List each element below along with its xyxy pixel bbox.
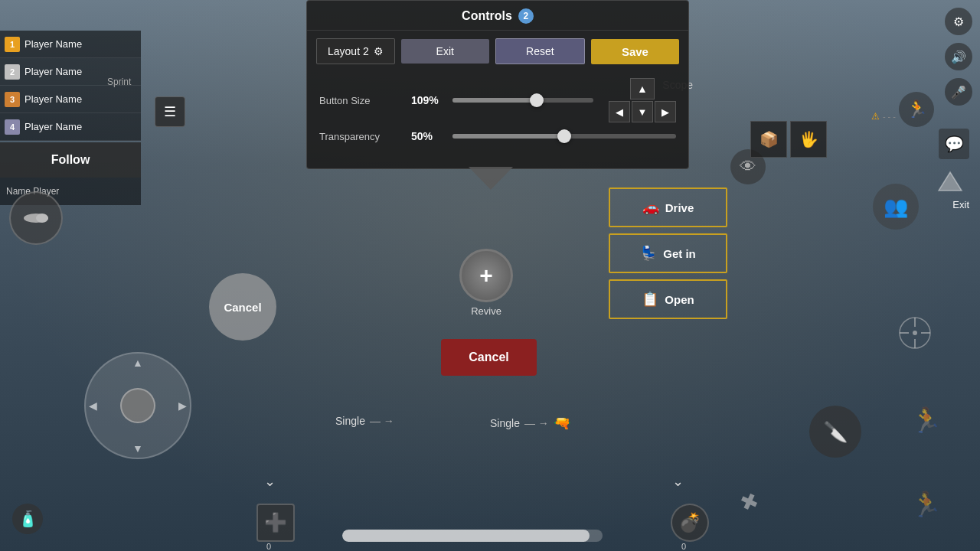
progress-bar xyxy=(342,530,603,542)
progress-bar-fill xyxy=(342,530,590,542)
get-in-button[interactable]: 💺 Get in xyxy=(609,233,727,273)
transparency-slider[interactable] xyxy=(452,134,676,139)
controls-badge: 2 xyxy=(518,8,534,24)
medkit-count: 0 xyxy=(266,542,271,551)
single-label-2-area: Single — → 🔫 xyxy=(490,415,570,432)
controls-reset-button[interactable]: Reset xyxy=(495,38,585,64)
warning-area: ⚠ - - - xyxy=(871,111,896,122)
rank-badge-3: 3 xyxy=(5,92,20,107)
item-canteen-icon[interactable]: 🧴 xyxy=(12,504,43,534)
single-label-1-area: Single — → xyxy=(335,415,394,427)
rank-badge-4: 4 xyxy=(5,119,20,135)
warning-dots: - - - xyxy=(883,112,896,121)
crosshair xyxy=(892,310,938,356)
joystick[interactable]: ▲ ▼ ◀ ▶ xyxy=(84,352,191,459)
player-list: 1 Player Name 2 Player Name 3 Player Nam… xyxy=(0,31,141,205)
soldier-icon-2: 🏃 xyxy=(911,490,942,519)
people-icon[interactable]: 👥 xyxy=(873,184,919,230)
cancel-small-button[interactable]: Cancel xyxy=(209,273,276,341)
button-size-value: 109% xyxy=(411,94,445,106)
layout-button[interactable]: Layout 2 ⚙ xyxy=(316,38,395,64)
settings-icon[interactable]: ⚙ xyxy=(945,8,972,35)
list-icon[interactable]: ☰ xyxy=(155,96,185,127)
button-size-row: Button Size 109% ▲ ◀ ▼ ▶ xyxy=(319,78,676,122)
drive-icon: 🚗 xyxy=(642,199,659,216)
joystick-right-arrow: ▶ xyxy=(178,399,187,412)
gun-icon: 🔫 xyxy=(554,415,570,432)
medkit-icon[interactable]: ➕ xyxy=(256,504,295,542)
player-item-1[interactable]: 1 Player Name xyxy=(0,31,141,58)
exit-game-label[interactable]: Exit xyxy=(952,199,969,210)
transparency-label: Transparency xyxy=(319,131,403,142)
button-size-slider[interactable] xyxy=(452,98,593,103)
arrow-down2-btn[interactable]: ▼ xyxy=(632,101,653,122)
joystick-up-arrow: ▲ xyxy=(132,357,143,369)
arrow-left-btn[interactable]: ◀ xyxy=(609,101,630,122)
volume-icon[interactable]: 🔊 xyxy=(945,43,972,70)
controls-title: Controls xyxy=(462,9,512,23)
rank-badge-2: 2 xyxy=(5,64,20,80)
slider-section: Button Size 109% ▲ ◀ ▼ ▶ Transparency 50… xyxy=(307,72,688,156)
layout-label: Layout 2 xyxy=(328,45,369,57)
drive-button[interactable]: 🚗 Drive xyxy=(609,187,727,227)
cancel-main-button[interactable]: Cancel xyxy=(441,339,537,376)
single-arrow-1: — → xyxy=(370,415,394,427)
knife-icon[interactable]: 🔪 xyxy=(809,406,861,458)
bottom-chevron-1[interactable]: ⌄ xyxy=(264,473,276,490)
item-box-icon[interactable]: 📦 xyxy=(750,121,787,158)
revive-label: Revive xyxy=(471,305,501,317)
svg-point-8 xyxy=(913,331,917,335)
open-icon: 📋 xyxy=(642,291,658,308)
run-icon[interactable]: 🏃 xyxy=(899,92,934,127)
controls-panel: Controls 2 Layout 2 ⚙ Exit Reset Save Bu… xyxy=(306,0,689,169)
transparency-value: 50% xyxy=(411,130,445,142)
player-name-1: Player Name xyxy=(24,38,82,50)
controls-save-button[interactable]: Save xyxy=(591,39,679,64)
svg-point-1 xyxy=(36,214,48,223)
joystick-down-arrow: ▼ xyxy=(132,442,143,455)
arrow-right-btn[interactable]: ▶ xyxy=(655,101,676,122)
player-name-2: Player Name xyxy=(24,66,82,77)
open-label: Open xyxy=(665,293,694,306)
rank-badge-1: 1 xyxy=(5,37,20,52)
warning-icon: ⚠ xyxy=(871,111,880,122)
controls-header: Controls 2 xyxy=(307,1,688,31)
chat-icon[interactable]: 💬 xyxy=(939,129,969,159)
sprint-label: Sprint xyxy=(107,77,131,87)
grenade-count: 0 xyxy=(681,542,686,551)
arrow-up-btn[interactable]: ▲ xyxy=(630,78,655,99)
controls-toolbar: Layout 2 ⚙ Exit Reset Save xyxy=(307,31,688,72)
controls-exit-button[interactable]: Exit xyxy=(401,39,489,64)
button-size-label: Button Size xyxy=(319,95,403,106)
item-hand-icon[interactable]: 🖐 xyxy=(790,121,827,158)
grenade-icon[interactable]: 💣 xyxy=(671,504,709,542)
item-icons-row: 📦 🖐 xyxy=(750,121,827,158)
player-item-4[interactable]: 4 Player Name xyxy=(0,113,141,141)
single-text-1: Single xyxy=(335,415,365,427)
revive-button[interactable]: + xyxy=(459,249,513,302)
bottom-chevron-2[interactable]: ⌄ xyxy=(672,473,684,490)
bullet-icon xyxy=(9,191,63,245)
arrow-pad: ▲ ◀ ▼ ▶ xyxy=(609,78,676,122)
mic-icon[interactable]: 🎤 xyxy=(945,78,972,106)
svg-marker-2 xyxy=(939,172,962,191)
follow-button[interactable]: Follow xyxy=(0,142,141,178)
drive-label: Drive xyxy=(665,201,694,214)
joystick-thumb[interactable] xyxy=(120,388,155,423)
soldier-icon-1: 🏃 xyxy=(911,406,942,435)
single-arrow-2: — → xyxy=(524,417,549,429)
get-in-label: Get in xyxy=(663,247,696,260)
player-name-3: Player Name xyxy=(24,93,82,105)
single-text-2: Single xyxy=(490,417,520,429)
revive-area: + Revive xyxy=(459,249,513,317)
player-item-3[interactable]: 3 Player Name xyxy=(0,86,141,113)
top-right-icons: ⚙ 🔊 🎤 xyxy=(945,8,972,106)
transparency-row: Transparency 50% xyxy=(319,130,676,142)
nav-arrow-icon[interactable] xyxy=(931,165,969,203)
open-button[interactable]: 📋 Open xyxy=(609,279,727,319)
action-buttons: 🚗 Drive 💺 Get in 📋 Open xyxy=(609,187,727,319)
layout-gear-icon: ⚙ xyxy=(374,45,384,57)
joystick-left-arrow: ◀ xyxy=(89,399,97,412)
player-name-4: Player Name xyxy=(24,121,82,132)
get-in-icon: 💺 xyxy=(640,245,657,262)
